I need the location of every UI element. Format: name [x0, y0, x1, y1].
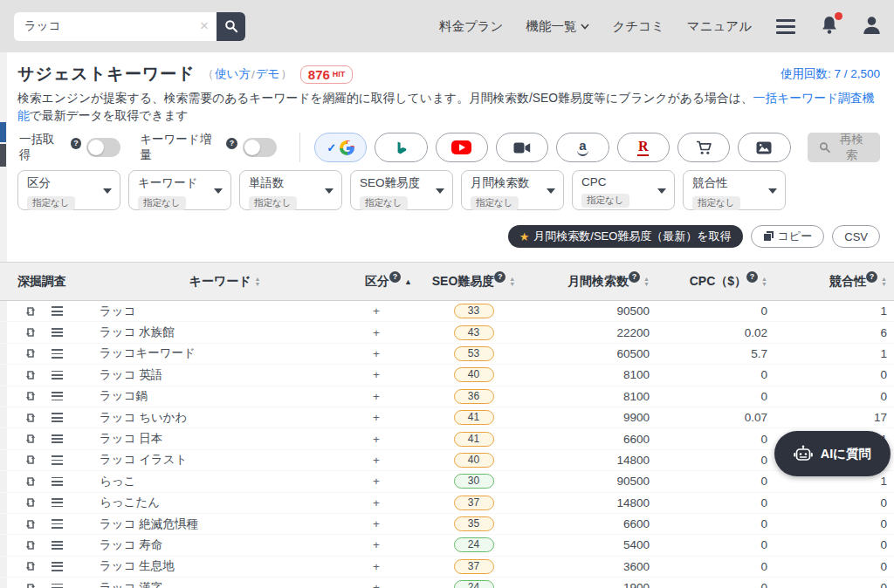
row-menu-icon[interactable] — [52, 519, 63, 528]
deep-dive-icon[interactable] — [24, 433, 37, 445]
column-header-3[interactable]: 区分?▲ — [362, 274, 415, 290]
category-cell[interactable]: + — [362, 454, 415, 467]
deep-dive-icon[interactable] — [24, 560, 37, 572]
engine-youtube-button[interactable] — [436, 133, 488, 162]
clear-search-icon[interactable]: × — [192, 17, 217, 35]
deep-dive-icon[interactable] — [24, 390, 37, 402]
category-cell[interactable]: + — [362, 517, 415, 530]
deep-dive-icon[interactable] — [24, 369, 37, 381]
category-cell[interactable]: + — [362, 433, 415, 446]
seo-difficulty-badge[interactable]: 40 — [454, 453, 494, 468]
filter-dropdown-0[interactable]: 区分 指定なし — [17, 170, 120, 210]
help-icon[interactable]: ? — [746, 271, 758, 283]
seo-difficulty-badge[interactable]: 30 — [454, 474, 494, 489]
deep-dive-icon[interactable] — [24, 454, 37, 466]
engine-image-button[interactable] — [738, 133, 790, 162]
column-header-5[interactable]: 月間検索数?▲▼ — [533, 274, 655, 290]
deep-dive-icon[interactable] — [24, 347, 37, 359]
side-tab-blue[interactable] — [0, 122, 6, 142]
row-menu-icon[interactable] — [52, 434, 63, 443]
seo-difficulty-badge[interactable]: 40 — [454, 367, 494, 382]
category-cell[interactable]: + — [362, 304, 415, 318]
keyword-cell[interactable]: ラッコ鍋 — [87, 388, 362, 404]
hamburger-menu-icon[interactable] — [774, 17, 797, 36]
filter-dropdown-6[interactable]: 競合性 指定なし — [683, 170, 786, 210]
deep-dive-icon[interactable] — [24, 326, 37, 338]
how-to-link[interactable]: 使い方 — [215, 66, 251, 82]
category-cell[interactable]: + — [362, 326, 415, 339]
keyword-cell[interactable]: ラッコ 絶滅危惧種 — [87, 516, 362, 532]
row-menu-icon[interactable] — [52, 498, 63, 507]
category-cell[interactable]: + — [362, 581, 415, 588]
deep-dive-icon[interactable] — [24, 518, 37, 530]
row-menu-icon[interactable] — [52, 455, 63, 464]
row-menu-icon[interactable] — [52, 306, 63, 315]
engine-amazon-button[interactable]: a — [556, 133, 609, 162]
deep-dive-icon[interactable] — [24, 539, 37, 551]
help-icon[interactable]: ? — [866, 271, 877, 283]
row-menu-icon[interactable] — [52, 392, 63, 400]
nav-pricing[interactable]: 料金プラン — [439, 18, 504, 35]
category-cell[interactable]: + — [362, 496, 415, 509]
keyword-cell[interactable]: ラッコ 日本 — [87, 431, 362, 447]
deep-dive-icon[interactable] — [24, 496, 37, 509]
demo-link[interactable]: デモ — [256, 66, 280, 82]
column-header-7[interactable]: 競合性?▲▼ — [773, 274, 894, 290]
category-cell[interactable]: + — [362, 560, 415, 573]
keyword-cell[interactable]: ラッコ 生息地 — [87, 558, 362, 574]
row-menu-icon[interactable] — [52, 349, 63, 358]
deep-dive-icon[interactable] — [24, 305, 37, 318]
filter-dropdown-2[interactable]: 単語数 指定なし — [239, 170, 342, 210]
category-cell[interactable]: + — [362, 538, 415, 551]
seo-difficulty-badge[interactable]: 33 — [454, 304, 494, 318]
seo-difficulty-badge[interactable]: 43 — [454, 325, 494, 340]
help-icon[interactable]: ? — [389, 271, 401, 283]
keyword-cell[interactable]: らっこ — [87, 474, 362, 489]
category-cell[interactable]: + — [362, 368, 415, 381]
row-menu-icon[interactable] — [52, 328, 63, 337]
filter-dropdown-3[interactable]: SEO難易度 指定なし — [350, 170, 453, 210]
seo-difficulty-badge[interactable]: 53 — [454, 346, 494, 361]
bulk-fetch-toggle[interactable] — [86, 138, 120, 157]
side-tab-dark[interactable] — [0, 144, 6, 167]
seo-difficulty-badge[interactable]: 41 — [454, 410, 494, 425]
notification-bell-icon[interactable] — [820, 15, 839, 38]
deep-dive-icon[interactable] — [24, 582, 37, 588]
row-menu-icon[interactable] — [52, 562, 63, 571]
keyword-cell[interactable]: ラッコ 漢字 — [87, 580, 362, 588]
deep-dive-icon[interactable] — [24, 412, 37, 424]
filter-dropdown-1[interactable]: キーワード 指定なし — [128, 170, 231, 210]
copy-button[interactable]: コピー — [751, 225, 825, 248]
keyword-cell[interactable]: ラッコ ちいかわ — [87, 410, 362, 426]
keyword-boost-toggle[interactable] — [243, 138, 277, 157]
account-icon[interactable] — [862, 15, 882, 38]
engine-shopping-button[interactable] — [677, 133, 730, 162]
seo-difficulty-badge[interactable]: 41 — [454, 432, 494, 447]
keyword-cell[interactable]: ラッコ 水族館 — [87, 325, 362, 340]
help-icon[interactable]: ? — [629, 271, 640, 283]
column-header-6[interactable]: CPC（$）?▲▼ — [655, 274, 773, 290]
search-input[interactable] — [14, 20, 192, 33]
engine-video-button[interactable] — [496, 133, 548, 162]
row-menu-icon[interactable] — [52, 371, 63, 379]
filter-dropdown-4[interactable]: 月間検索数 指定なし — [461, 170, 564, 210]
engine-bing-button[interactable] — [375, 133, 427, 162]
search-button[interactable] — [217, 12, 245, 41]
row-menu-icon[interactable] — [52, 584, 63, 588]
deep-dive-icon[interactable] — [24, 475, 37, 488]
filter-dropdown-5[interactable]: CPC 指定なし — [572, 170, 675, 210]
column-header-4[interactable]: SEO難易度?▲▼ — [415, 274, 533, 290]
keyword-cell[interactable]: ラッコ 寿命 — [87, 537, 362, 553]
nav-manual[interactable]: マニュアル — [687, 18, 752, 35]
column-header-2[interactable]: キーワード▲▼ — [87, 274, 362, 290]
row-menu-icon[interactable] — [52, 413, 63, 421]
seo-difficulty-badge[interactable]: 37 — [454, 559, 494, 574]
help-icon[interactable]: ? — [226, 138, 237, 149]
fetch-latest-button[interactable]: ★ 月間検索数/SEO難易度（最新）を取得 — [508, 225, 743, 248]
row-menu-icon[interactable] — [52, 541, 63, 550]
csv-button[interactable]: CSV — [832, 225, 880, 248]
row-menu-icon[interactable] — [52, 477, 63, 486]
seo-difficulty-badge[interactable]: 24 — [454, 537, 494, 552]
keyword-cell[interactable]: ラッコ — [87, 304, 362, 319]
category-cell[interactable]: + — [362, 347, 415, 360]
